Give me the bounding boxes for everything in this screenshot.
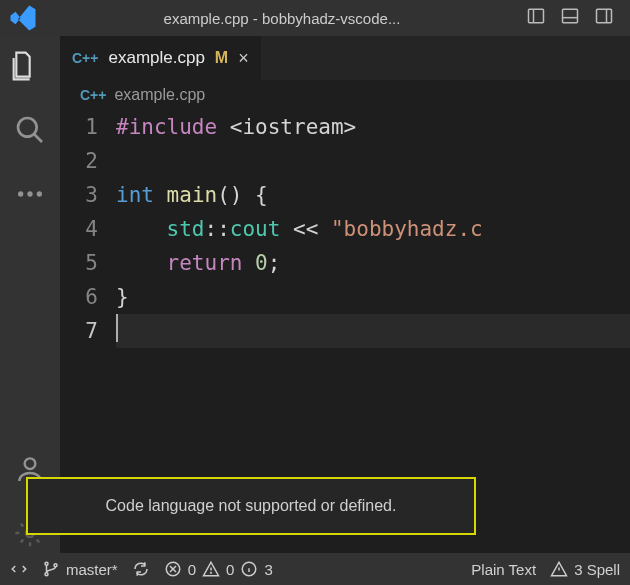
- explorer-icon[interactable]: [0, 50, 39, 86]
- svg-rect-4: [597, 9, 612, 22]
- info-count: 3: [264, 561, 272, 578]
- editor-tab[interactable]: C++ example.cpp M ×: [60, 36, 262, 80]
- cpp-lang-icon: C++: [80, 87, 106, 103]
- svg-point-13: [45, 562, 48, 565]
- tab-bar: C++ example.cpp M ×: [60, 36, 630, 80]
- notification-toast[interactable]: Code language not supported or defined.: [26, 477, 476, 535]
- code-area[interactable]: 1234567 #include <iostream> int main() {…: [60, 110, 630, 349]
- cpp-lang-icon: C++: [72, 50, 98, 66]
- remote-icon[interactable]: [10, 560, 28, 578]
- svg-line-7: [34, 134, 42, 142]
- git-branch[interactable]: master*: [42, 560, 118, 578]
- svg-rect-2: [563, 9, 578, 22]
- tab-filename: example.cpp: [108, 48, 204, 68]
- panel-bottom-icon[interactable]: [560, 6, 580, 30]
- branch-name: master*: [66, 561, 118, 578]
- svg-point-11: [25, 458, 36, 469]
- svg-point-20: [211, 572, 212, 573]
- svg-point-6: [18, 118, 37, 137]
- language-mode[interactable]: Plain Text: [471, 561, 536, 578]
- panel-right-icon[interactable]: [594, 6, 614, 30]
- code-lines[interactable]: #include <iostream> int main() { std::co…: [116, 110, 630, 349]
- svg-point-8: [18, 191, 23, 196]
- window-title: example.cpp - bobbyhadz-vscode...: [38, 10, 526, 27]
- search-icon[interactable]: [14, 114, 46, 150]
- svg-rect-0: [529, 9, 544, 22]
- notification-message: Code language not supported or defined.: [106, 497, 397, 514]
- svg-point-9: [27, 191, 32, 196]
- sync-icon[interactable]: [132, 560, 150, 578]
- error-count: 0: [188, 561, 196, 578]
- more-icon[interactable]: [14, 178, 46, 214]
- spell-indicator[interactable]: 3 Spell: [550, 560, 620, 578]
- activity-bar: [0, 36, 60, 553]
- editor: C++ example.cpp M × C++ example.cpp 1234…: [60, 36, 630, 553]
- breadcrumb-filename: example.cpp: [114, 86, 205, 104]
- breadcrumb[interactable]: C++ example.cpp: [60, 80, 630, 110]
- svg-point-14: [45, 573, 48, 576]
- problems-indicator[interactable]: 0 0 3: [164, 560, 273, 578]
- status-bar: master* 0 0 3 Plain Text 3 Spell: [0, 553, 630, 585]
- svg-point-15: [54, 564, 57, 567]
- line-gutter: 1234567: [60, 110, 116, 349]
- svg-point-10: [37, 191, 42, 196]
- modified-badge: M: [215, 49, 228, 67]
- title-bar: example.cpp - bobbyhadz-vscode...: [0, 0, 630, 36]
- warning-count: 0: [226, 561, 234, 578]
- vscode-logo-icon: [8, 3, 38, 33]
- close-icon[interactable]: ×: [238, 48, 249, 69]
- panel-left-icon[interactable]: [526, 6, 546, 30]
